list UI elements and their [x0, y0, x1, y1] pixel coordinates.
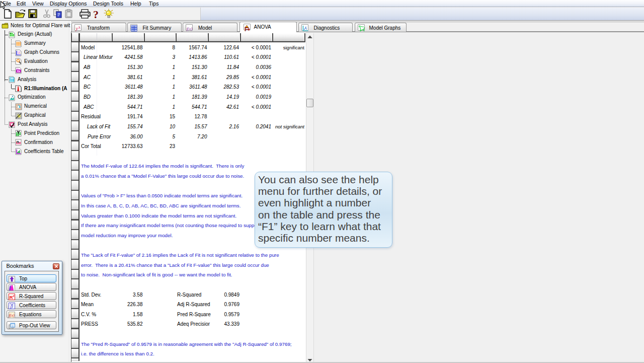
svg-text:λ: λ	[78, 25, 80, 29]
svg-text:?: ?	[93, 8, 99, 20]
svg-text:f(x): f(x)	[9, 313, 15, 317]
svg-text:F: F	[245, 26, 248, 32]
svg-text:f(x): f(x)	[187, 26, 193, 31]
svg-text:n: n	[17, 139, 19, 144]
svg-text:y: y	[75, 26, 78, 31]
svg-text:2: 2	[13, 295, 15, 298]
